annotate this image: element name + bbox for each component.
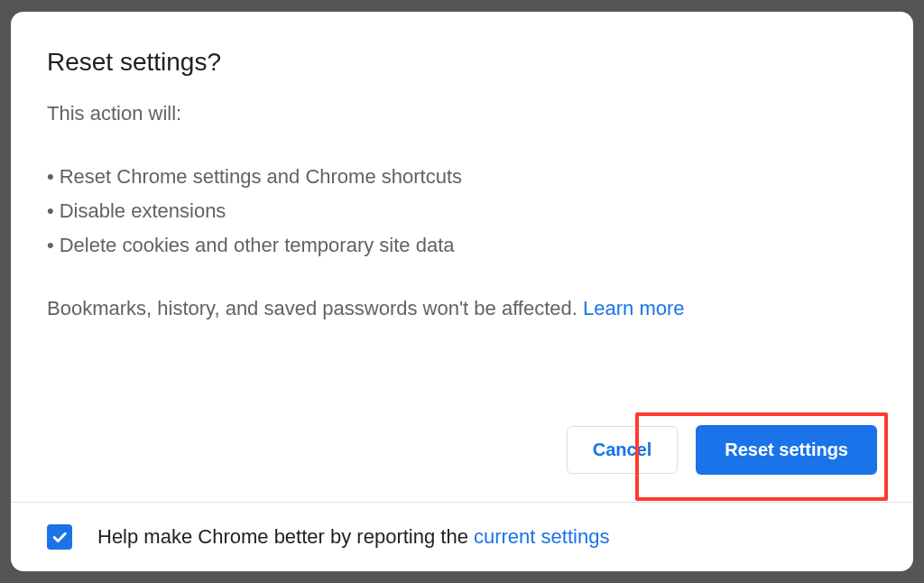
dialog-intro: This action will:	[47, 102, 877, 125]
current-settings-link[interactable]: current settings	[474, 525, 609, 548]
footer-text: Help make Chrome better by reporting the…	[97, 525, 609, 549]
bullet-list: •Reset Chrome settings and Chrome shortc…	[47, 165, 877, 257]
bullet-item: •Reset Chrome settings and Chrome shortc…	[47, 165, 877, 189]
reset-settings-button[interactable]: Reset settings	[696, 425, 877, 475]
bullet-text: Disable extensions	[60, 199, 226, 223]
cancel-button[interactable]: Cancel	[567, 426, 679, 474]
bullet-dot: •	[47, 165, 54, 189]
note-text: Bookmarks, history, and saved passwords …	[47, 297, 583, 319]
bullet-item: •Delete cookies and other temporary site…	[47, 234, 877, 257]
bullet-text: Reset Chrome settings and Chrome shortcu…	[60, 165, 462, 189]
footer-text-prefix: Help make Chrome better by reporting the	[97, 525, 474, 548]
bullet-text: Delete cookies and other temporary site …	[60, 234, 455, 257]
dialog-note: Bookmarks, history, and saved passwords …	[47, 297, 877, 320]
dialog-footer: Help make Chrome better by reporting the…	[47, 503, 877, 571]
learn-more-link[interactable]: Learn more	[583, 297, 685, 319]
bullet-item: •Disable extensions	[47, 199, 877, 223]
reset-settings-dialog: Reset settings? This action will: •Reset…	[11, 12, 913, 571]
bullet-dot: •	[47, 199, 54, 223]
dialog-title: Reset settings?	[47, 48, 877, 77]
dialog-actions: Cancel Reset settings	[47, 425, 877, 475]
report-checkbox[interactable]	[47, 524, 72, 550]
bullet-dot: •	[47, 234, 54, 257]
check-icon	[51, 528, 69, 546]
